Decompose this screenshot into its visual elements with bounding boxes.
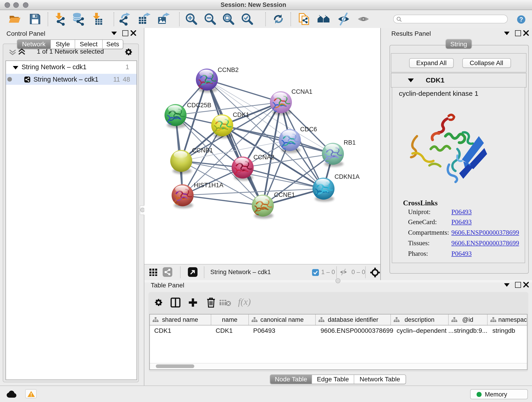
svg-text:CDC25B: CDC25B — [187, 102, 211, 109]
svg-text:CCNB1: CCNB1 — [192, 147, 213, 154]
svg-text:CCNA1: CCNA1 — [291, 88, 312, 95]
svg-text:CCNE1: CCNE1 — [274, 191, 295, 198]
svg-text:CCNB2: CCNB2 — [218, 66, 239, 73]
svg-text:?: ? — [519, 16, 523, 23]
svg-text:CDK1: CDK1 — [233, 111, 249, 118]
svg-text:HIST1H1A: HIST1H1A — [194, 182, 223, 189]
svg-text:CDKN1A: CDKN1A — [335, 173, 360, 180]
svg-text:RB1: RB1 — [344, 139, 356, 146]
svg-text:CCNA2: CCNA2 — [253, 154, 274, 161]
svg-text:CDC6: CDC6 — [300, 126, 317, 133]
